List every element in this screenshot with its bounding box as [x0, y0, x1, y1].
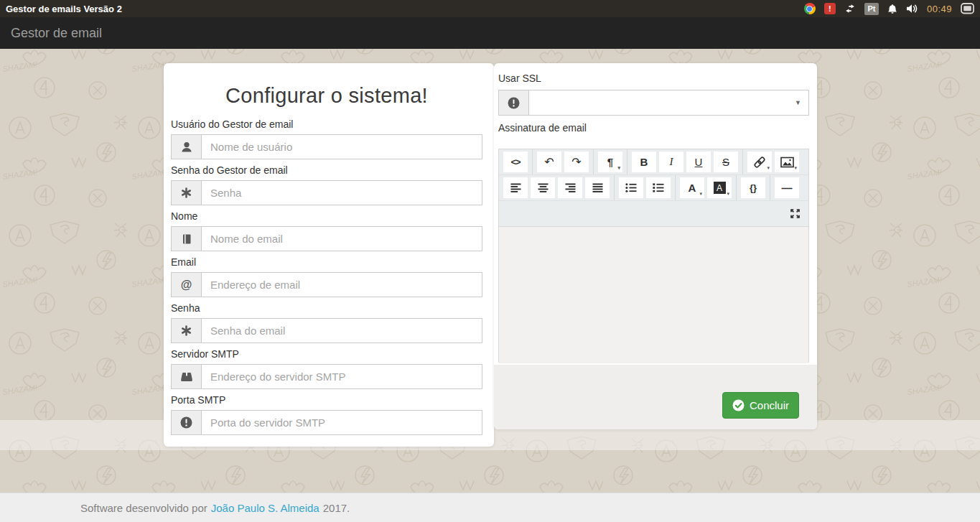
bell-icon[interactable] [887, 4, 897, 14]
field-label: Email [171, 257, 482, 268]
field-smtp-server: Servidor SMTP [171, 349, 482, 389]
asterisk-icon [171, 318, 201, 343]
check-circle-icon [732, 399, 745, 411]
unordered-list-button[interactable] [619, 177, 643, 198]
image-icon [780, 157, 794, 168]
formatting-button[interactable]: ¶ ▾ [598, 152, 622, 172]
align-right-button[interactable] [558, 177, 582, 198]
alert-icon[interactable]: ! [824, 3, 836, 14]
asterisk-icon [171, 180, 201, 205]
align-center-button[interactable] [531, 177, 555, 198]
signature-label: Assinatura de email [498, 123, 809, 134]
ordered-list-icon [653, 183, 664, 192]
justify-full-button[interactable] [585, 177, 610, 198]
strikethrough-button[interactable]: S [714, 152, 738, 172]
smtp-server-input[interactable] [201, 364, 482, 389]
field-label: Senha [171, 303, 482, 314]
display-icon[interactable] [961, 3, 974, 14]
exclamation-circle-icon [498, 90, 528, 116]
field-manager-user: Usuário do Gestor de email [171, 119, 482, 159]
unordered-list-icon [625, 183, 637, 192]
fore-color-button[interactable]: A ▾ [680, 177, 704, 198]
config-card: Configurar o sistema! Usuário do Gestor … [164, 63, 494, 447]
field-label: Porta SMTP [171, 395, 482, 406]
bold-button[interactable]: B [632, 152, 656, 172]
at-icon: @ [171, 272, 201, 297]
actions-bar: Concluir [494, 365, 817, 429]
page-footer: Software desenvolvido por João Paulo S. … [0, 493, 980, 522]
link-button[interactable]: ▾ [747, 152, 772, 172]
field-email-password: Senha [171, 303, 482, 343]
field-label: Nome [171, 211, 482, 222]
back-color-button[interactable]: A ▾ [707, 177, 732, 198]
submit-button-label: Concluir [750, 399, 789, 411]
transfer-icon[interactable] [844, 4, 856, 14]
align-left-button[interactable] [503, 177, 528, 198]
field-smtp-port: Porta SMTP [171, 395, 482, 435]
redo-button[interactable]: ↷ [564, 152, 589, 172]
inbox-icon [171, 364, 201, 389]
window-title: Gestor de emails Versão 2 [6, 4, 122, 14]
align-right-icon [565, 183, 576, 192]
editor-toolbar-row3 [499, 201, 808, 227]
author-link[interactable]: João Paulo S. Almeida [211, 502, 319, 514]
smtp-port-input[interactable] [201, 410, 482, 435]
volume-icon[interactable] [906, 4, 918, 14]
email-name-input[interactable] [201, 226, 482, 251]
caret-down-icon: ▾ [699, 191, 702, 197]
insert-image-button[interactable]: ▾ [775, 152, 799, 172]
justify-icon [592, 183, 603, 192]
horizontal-rule-button[interactable]: — [775, 177, 799, 198]
field-manager-password: Senha do Gestor de email [171, 165, 482, 205]
system-top-bar: Gestor de emails Versão 2 ! Pt 00:49 [0, 0, 980, 17]
signature-editor-body[interactable] [499, 227, 808, 363]
fullscreen-button[interactable] [783, 203, 807, 224]
exclamation-circle-icon [171, 410, 201, 435]
navbar-brand[interactable]: Gestor de email [0, 17, 102, 49]
italic-button[interactable]: I [659, 152, 683, 172]
app-navbar: Gestor de email [0, 17, 980, 49]
email-password-input[interactable] [201, 318, 482, 343]
field-email-name: Nome [171, 211, 482, 251]
ssl-select-group: ▼ [498, 90, 809, 116]
back-color-icon: A [714, 182, 726, 194]
editor-toolbar-row2: A ▾ A ▾ {} — [499, 175, 808, 201]
chrome-icon[interactable] [804, 3, 816, 14]
submit-button[interactable]: Concluir [722, 392, 799, 419]
link-icon [753, 156, 766, 169]
system-tray: ! Pt 00:49 [804, 3, 974, 15]
signature-card: Usar SSL ▼ Assinatura de email <> ↶ ↷ [494, 63, 817, 429]
field-label: Servidor SMTP [171, 349, 482, 360]
fullscreen-icon [790, 208, 801, 219]
field-label: Senha do Gestor de email [171, 165, 482, 176]
keyboard-layout-badge[interactable]: Pt [864, 3, 879, 15]
signature-editor: <> ↶ ↷ ¶ ▾ B I U S [498, 149, 809, 363]
undo-button[interactable]: ↶ [537, 152, 561, 172]
editor-toolbar-row1: <> ↶ ↷ ¶ ▾ B I U S [499, 149, 808, 175]
page-title: Configurar o sistema! [171, 83, 482, 108]
ordered-list-button[interactable] [646, 177, 671, 198]
field-email-address: Email @ [171, 257, 482, 297]
clock[interactable]: 00:49 [927, 4, 952, 14]
ssl-select[interactable]: ▼ [528, 90, 809, 116]
user-icon [171, 134, 201, 159]
align-left-icon [510, 183, 521, 192]
ssl-label: Usar SSL [498, 73, 809, 84]
field-label: Usuário do Gestor de email [171, 119, 482, 130]
footer-year: 2017. [323, 502, 350, 514]
caret-down-icon: ▾ [727, 191, 729, 197]
email-address-input[interactable] [201, 272, 482, 297]
username-input[interactable] [201, 134, 482, 159]
footer-credit-text: Software desenvolvido por [80, 502, 207, 514]
view-html-button[interactable]: <> [503, 152, 528, 172]
manager-password-input[interactable] [201, 180, 482, 205]
caret-down-icon: ▾ [794, 165, 797, 171]
caret-down-icon: ▾ [767, 165, 770, 171]
underline-button[interactable]: U [686, 152, 711, 172]
book-icon [171, 226, 201, 251]
chevron-down-icon: ▼ [795, 99, 801, 106]
align-center-icon [538, 183, 549, 192]
caret-down-icon: ▾ [617, 165, 620, 171]
preformatted-button[interactable]: {} [741, 177, 765, 198]
